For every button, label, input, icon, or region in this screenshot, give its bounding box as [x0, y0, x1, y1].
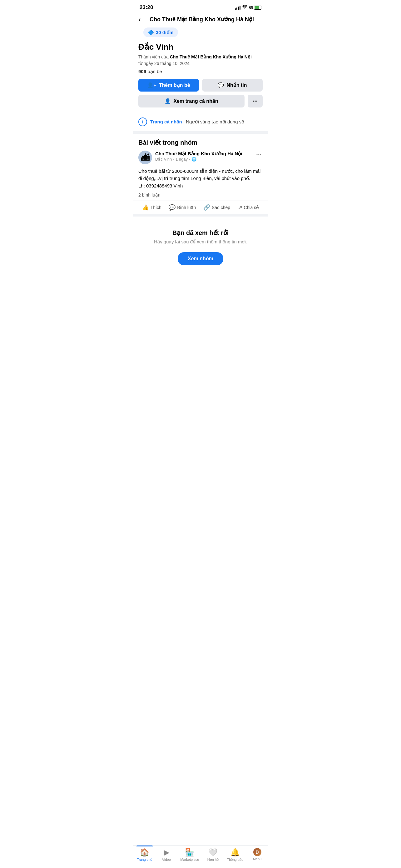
page-header: ‹ Cho Thuê Mặt Bằng Kho Xưởng Hà Nội — [133, 13, 268, 28]
back-button[interactable]: ‹ — [138, 16, 146, 24]
post-comments[interactable]: 2 bình luận — [138, 192, 263, 197]
share-icon: ↗ — [238, 204, 242, 211]
nav-label-notifications: Thông báo — [227, 858, 243, 862]
post-header-left: Cho Thuê Mặt Bằng Kho Xưởng Hà Nội Đắc V… — [138, 151, 242, 164]
more-button[interactable]: ··· — [248, 95, 263, 107]
nav-label-menu: Menu — [253, 857, 262, 861]
nav-label-dating: Hẹn hò — [207, 858, 219, 862]
profile-name: Đắc Vinh — [138, 42, 263, 52]
post-actions: 👍 Thích 💬 Bình luận 🔗 Sao chép ↗ Chia sẻ — [133, 200, 268, 214]
end-feed-title: Bạn đã xem hết rồi — [141, 229, 260, 237]
marketplace-icon: 🏪 — [185, 848, 194, 857]
posts-section: Bài viết trong nhóm Cho Thuê Mặt Bằng Kh… — [133, 134, 268, 217]
post-submeta: Đắc Vinh · 1 ngày · 🌐 — [155, 157, 242, 161]
end-feed: Bạn đã xem hết rồi Hãy quay lại sau để x… — [133, 217, 268, 272]
nav-item-marketplace[interactable]: 🏪 Marketplace — [179, 848, 200, 862]
comment-label: Bình luận — [177, 205, 196, 210]
notifications-icon: 🔔 — [231, 848, 240, 857]
friends-count: 906 bạn bè — [138, 69, 263, 74]
points-label: 30 điểm — [156, 30, 174, 35]
action-row-1: 👤+ Thêm bạn bè 💬 Nhắn tin — [138, 79, 263, 92]
like-icon: 👍 — [142, 204, 149, 211]
message-icon: 💬 — [218, 82, 224, 88]
add-friend-button[interactable]: 👤+ Thêm bạn bè — [138, 79, 199, 92]
section-divider — [133, 131, 268, 134]
post-time: 1 ngày — [175, 157, 188, 161]
like-button[interactable]: 👍 Thích — [140, 203, 163, 212]
post-header: Cho Thuê Mặt Bằng Kho Xưởng Hà Nội Đắc V… — [138, 151, 263, 164]
see-group-button[interactable]: Xem nhóm — [178, 252, 223, 265]
posts-section-title: Bài viết trong nhóm — [138, 139, 263, 146]
copy-label: Sao chép — [212, 205, 230, 210]
post-meta: Cho Thuê Mặt Bằng Kho Xưởng Hà Nội Đắc V… — [155, 151, 242, 161]
profile-link[interactable]: Trang cá nhân — [150, 119, 182, 124]
post-divider — [133, 214, 268, 217]
status-icons: 69 — [235, 5, 261, 10]
nav-item-home[interactable]: 🏠 Trang chủ — [136, 848, 154, 862]
post-body: Cho thuê bãi từ 2000-6000m sẵn điện - nư… — [138, 167, 263, 189]
nav-item-video[interactable]: ▶ Video — [158, 848, 175, 862]
post-globe-icon: 🌐 — [192, 157, 196, 161]
copy-icon: 🔗 — [203, 204, 210, 211]
user-avatar: D — [253, 848, 261, 856]
message-button[interactable]: 💬 Nhắn tin — [202, 79, 263, 92]
nav-label-home: Trang chủ — [137, 858, 153, 862]
like-label: Thích — [151, 205, 162, 210]
wifi-icon — [242, 5, 247, 10]
dating-icon: 🤍 — [208, 848, 218, 857]
end-feed-subtitle: Hãy quay lại sau để xem thêm thông tin m… — [141, 239, 260, 245]
view-profile-button[interactable]: 👤 Xem trang cá nhân — [138, 95, 244, 107]
nav-label-marketplace: Marketplace — [180, 858, 199, 862]
message-label: Nhắn tin — [226, 82, 247, 88]
page-title: Cho Thuê Mặt Bằng Kho Xưởng Hà Nội — [149, 16, 254, 23]
profile-info-text: Trang cá nhân · Người sáng tạo nội dung … — [150, 119, 244, 125]
points-badge[interactable]: 🔷 30 điểm — [143, 28, 178, 37]
post-avatar — [138, 151, 152, 164]
profile-description: · Người sáng tạo nội dung số — [183, 119, 244, 124]
video-icon: ▶ — [164, 848, 169, 857]
battery-indicator: 69 — [249, 5, 261, 10]
points-icon: 🔷 — [148, 29, 154, 35]
nav-item-notifications[interactable]: 🔔 Thông báo — [226, 848, 244, 862]
nav-item-dating[interactable]: 🤍 Hẹn hò — [205, 848, 221, 862]
view-profile-icon: 👤 — [165, 98, 171, 104]
action-row-2: 👤 Xem trang cá nhân ··· — [138, 95, 263, 107]
view-profile-label: Xem trang cá nhân — [173, 98, 218, 104]
add-friend-label: Thêm bạn bè — [159, 82, 190, 88]
share-button[interactable]: ↗ Chia sẻ — [236, 203, 261, 212]
comment-icon: 💬 — [169, 204, 175, 211]
more-icon: ··· — [253, 97, 258, 105]
share-label: Chia sẻ — [244, 205, 259, 210]
post-group-name[interactable]: Cho Thuê Mặt Bằng Kho Xưởng Hà Nội — [155, 151, 242, 157]
post-author: Đắc Vinh — [155, 157, 172, 161]
bottom-nav: 🏠 Trang chủ ▶ Video 🏪 Marketplace 🤍 Hẹn … — [133, 845, 268, 868]
profile-member-info: Thành viên của Cho Thuê Mặt Bằng Kho Xưở… — [138, 54, 263, 67]
nav-item-menu[interactable]: D Menu — [249, 848, 265, 861]
battery-shape-icon — [254, 6, 261, 10]
post-card: Cho Thuê Mặt Bằng Kho Xưởng Hà Nội Đắc V… — [138, 151, 263, 214]
copy-button[interactable]: 🔗 Sao chép — [201, 203, 232, 212]
profile-section: Đắc Vinh Thành viên của Cho Thuê Mặt Bằn… — [133, 42, 268, 118]
nav-label-video: Video — [162, 858, 171, 862]
home-icon: 🏠 — [140, 848, 149, 857]
post-more-button[interactable]: ··· — [255, 151, 263, 158]
info-icon: i — [138, 118, 147, 126]
add-friend-icon: 👤+ — [147, 82, 156, 88]
status-bar: 23:20 69 — [133, 0, 268, 13]
comment-button[interactable]: 💬 Bình luận — [167, 203, 198, 212]
battery-level: 69 — [249, 5, 253, 10]
profile-info-row: i Trang cá nhân · Người sáng tạo nội dun… — [133, 118, 268, 131]
signal-bars-icon — [235, 5, 240, 10]
status-time: 23:20 — [140, 4, 153, 11]
